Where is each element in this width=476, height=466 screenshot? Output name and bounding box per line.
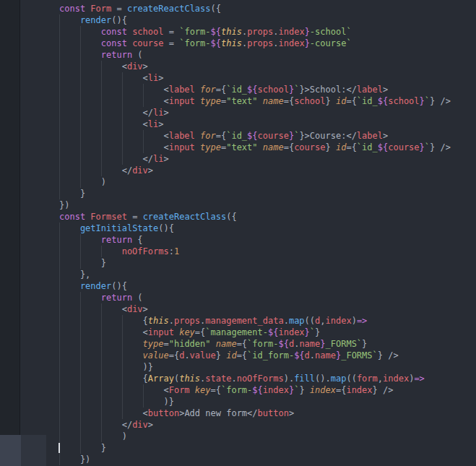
token: } [305, 38, 310, 48]
indent-guide [80, 315, 101, 327]
token: "text" [226, 142, 257, 152]
code-line[interactable]: <div> [59, 303, 476, 315]
token: li [153, 154, 163, 164]
code-line[interactable]: }) [59, 199, 476, 211]
token: input [169, 142, 195, 152]
indent-guide [80, 431, 101, 442]
token: `management- [205, 327, 268, 337]
code-line[interactable]: </div> [59, 165, 476, 176]
code-line[interactable]: <li> [59, 118, 476, 130]
code-line[interactable]: )} [59, 361, 476, 373]
code-line[interactable]: render(){ [59, 280, 476, 292]
code-line[interactable]: const school = `form-${this.props.index}… [59, 26, 476, 38]
token: }> [299, 85, 309, 95]
code-line[interactable]: )} [59, 396, 476, 407]
token: ( [132, 293, 142, 303]
token: `id_form- [247, 350, 294, 361]
code-line[interactable]: <label for={`id_${course}`}>Course:</lab… [59, 130, 476, 142]
indent-guide [101, 142, 122, 153]
code-area[interactable]: const Form = createReactClass({render(){… [0, 0, 476, 466]
token: value [190, 350, 216, 361]
code-line[interactable]: </div> [59, 419, 476, 431]
token: getInitialState [80, 223, 158, 233]
indent-guide [80, 384, 101, 396]
code-line[interactable]: ) [59, 431, 476, 442]
code-line[interactable]: </li> [59, 107, 476, 118]
token: this [179, 374, 200, 384]
token: . [273, 27, 278, 37]
indent-guide [80, 257, 101, 269]
code-line[interactable]: <Form key={`form-${index}`} index={index… [59, 384, 476, 396]
code-line[interactable]: const Form = createReactClass({ [59, 3, 476, 14]
code-line[interactable]: <div> [59, 61, 476, 72]
token: } [320, 339, 325, 349]
token: const [59, 4, 85, 14]
indent-guide [59, 165, 80, 176]
code-line[interactable]: }, [59, 269, 476, 280]
token: ` [310, 327, 315, 337]
code-line[interactable]: <input type="text" name={school} id={`id… [59, 95, 476, 107]
indent-guide [59, 49, 80, 61]
indent-guide [101, 419, 122, 431]
token: , [320, 316, 325, 326]
code-line[interactable]: const Formset = createReactClass({ [59, 211, 476, 223]
code-line[interactable]: <input type="text" name={course} id={`id… [59, 142, 476, 153]
token: > [163, 108, 168, 118]
indent-guide [59, 14, 80, 26]
token: course [294, 142, 325, 152]
token: ) [101, 177, 106, 187]
indent-guide [80, 107, 101, 118]
token: type [200, 96, 221, 106]
code-line[interactable]: }) [59, 454, 476, 465]
indent-guide [59, 407, 80, 419]
code-line[interactable]: <input key={`management-${index}`} [59, 327, 476, 338]
code-line[interactable]: getInitialState(){ [59, 223, 476, 234]
code-line[interactable]: } [59, 257, 476, 269]
token: </ [143, 154, 153, 164]
token: school [132, 27, 163, 37]
code-line[interactable]: ) [59, 176, 476, 188]
token: return [101, 50, 132, 60]
code-line[interactable]: return { [59, 234, 476, 246]
token: ({ [211, 4, 221, 14]
code-line[interactable]: render(){ [59, 14, 476, 26]
indent-guide [101, 407, 122, 419]
token: ${ [252, 385, 262, 395]
token: label [169, 85, 195, 95]
indent-guide [143, 130, 164, 142]
code-line[interactable]: <label for={`id_${school}`}>School:</lab… [59, 84, 476, 95]
token: )} [143, 362, 153, 372]
indent-guide [59, 338, 80, 350]
token: } [101, 443, 106, 453]
indent-guide [59, 454, 80, 465]
token: props [247, 38, 273, 48]
code-line[interactable]: {Array(this.state.noOfForms).fill().map(… [59, 373, 476, 384]
code-line[interactable]: return ( [59, 49, 476, 61]
token: ${ [211, 38, 221, 48]
indent-guide [59, 396, 80, 407]
code-line[interactable]: return ( [59, 292, 476, 303]
code-line[interactable]: <button>Add new form</button> [59, 407, 476, 419]
code-line[interactable]: } [59, 442, 476, 454]
token: > [148, 420, 153, 430]
token: = [164, 27, 180, 37]
code-line[interactable]: value={d.value} id={`id_form-${d.name}_F… [59, 350, 476, 361]
indent-guide [59, 350, 80, 361]
code-line[interactable]: <li> [59, 72, 476, 84]
token: name [263, 142, 284, 152]
token: _FORMS` [326, 339, 363, 349]
indent-guide [143, 142, 164, 153]
token: -school` [310, 27, 352, 37]
code-line[interactable]: const course = `form-${this.props.index}… [59, 38, 476, 49]
token: course [258, 131, 289, 141]
code-line[interactable]: </li> [59, 153, 476, 165]
indent-guide [101, 396, 122, 407]
code-line[interactable]: type="hidden" name={`form-${d.name}_FORM… [59, 338, 476, 350]
token: ={ [346, 96, 356, 106]
code-line[interactable]: noOfForms:1 [59, 246, 476, 257]
code-line[interactable]: } [59, 188, 476, 199]
code-line[interactable]: {this.props.management_data.map((d,index… [59, 315, 476, 327]
indent-guide [59, 188, 80, 199]
token: Array [148, 374, 174, 384]
token: noOfForms [122, 246, 169, 256]
